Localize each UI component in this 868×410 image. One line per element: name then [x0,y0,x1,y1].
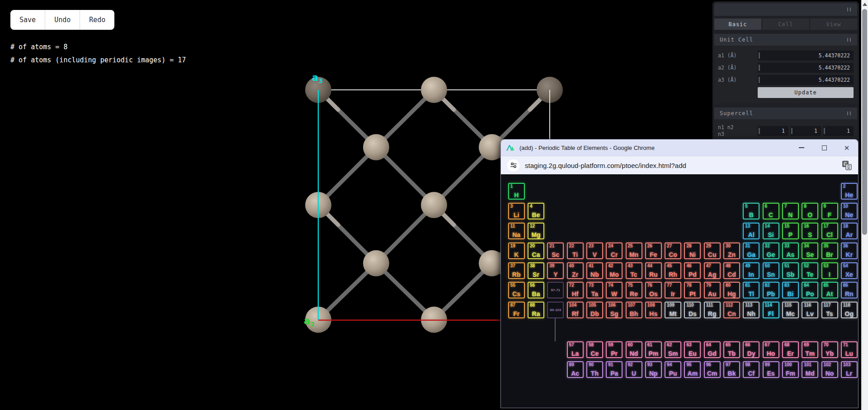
element-cell-Cu[interactable]: 29Cu [704,242,721,259]
element-cell-I[interactable]: 53I [821,262,838,279]
element-cell-Pr[interactable]: 59Pr [606,341,623,358]
update-button[interactable]: Update [758,87,854,98]
fold-icon[interactable] [847,38,851,42]
element-cell-Tm[interactable]: 69Tm [802,341,818,358]
element-cell-Na[interactable]: 11Na [508,223,525,239]
element-cell-Am[interactable]: 95Am [684,361,701,378]
minimize-button[interactable] [790,140,813,156]
element-cell-La[interactable]: 57La [567,341,584,358]
element-cell-H[interactable]: 1H [508,183,525,200]
element-cell-Ds[interactable]: 110Ds [684,302,701,318]
element-cell-Tc[interactable]: 43Tc [626,262,642,279]
element-cell-Mn[interactable]: 25Mn [626,242,642,259]
element-cell-Np[interactable]: 93Np [645,361,662,378]
element-cell-Au[interactable]: 79Au [704,282,721,298]
element-cell-F[interactable]: 9F [821,203,838,219]
element-cell-Ru[interactable]: 44Ru [645,262,662,279]
element-cell-Mg[interactable]: 12Mg [528,223,544,239]
element-cell-Pt[interactable]: 78Pt [684,282,701,298]
element-cell-K[interactable]: 19K [508,242,525,259]
element-cell-Ar[interactable]: 18Ar [841,223,858,239]
element-cell-Pb[interactable]: 82Pb [763,282,779,298]
fold-icon[interactable] [847,8,851,12]
element-cell-P[interactable]: 15P [782,223,799,239]
element-cell-Nd[interactable]: 60Nd [626,341,642,358]
element-cell-Pa[interactable]: 91Pa [606,361,623,378]
element-cell-Ga[interactable]: 31Ga [743,242,760,259]
element-cell-Nb[interactable]: 41Nb [586,262,603,279]
close-button[interactable]: ✕ [835,140,858,156]
google-translate-icon[interactable]: G [842,160,852,170]
element-cell-Hs[interactable]: 108Hs [645,302,662,318]
element-cell-Ni[interactable]: 28Ni [684,242,701,259]
element-cell-O[interactable]: 8O [802,203,818,219]
element-cell-Lr[interactable]: 103Lr [841,361,858,378]
element-cell-Sn[interactable]: 50Sn [763,262,779,279]
element-cell-Kr[interactable]: 36Kr [841,242,858,259]
a2-input[interactable]: 5.44370222 [758,63,854,73]
element-cell-Si[interactable]: 14Si [763,223,779,239]
element-cell-Cs[interactable]: 55Cs [508,282,525,298]
scrollbar-up-arrow-icon[interactable] [863,3,867,6]
element-cell-Ca[interactable]: 20Ca [528,242,544,259]
element-cell-Ra[interactable]: 88Ra [528,302,544,318]
element-cell-Be[interactable]: 4Be [528,203,544,219]
element-cell-Br[interactable]: 35Br [821,242,838,259]
element-cell-Co[interactable]: 27Co [665,242,681,259]
element-cell-Cn[interactable]: 112Cn [723,302,740,318]
tab-view[interactable]: View [810,19,857,30]
n3-input[interactable]: 1 [823,126,854,136]
element-cell-S[interactable]: 16S [802,223,818,239]
element-cell-Y[interactable]: 39Y [547,262,564,279]
element-cell-Po[interactable]: 84Po [802,282,818,298]
element-cell-Ac[interactable]: 89Ac [567,361,584,378]
element-cell-Mt[interactable]: 109Mt [665,302,681,318]
element-cell-Pu[interactable]: 94Pu [665,361,681,378]
element-cell-Ta[interactable]: 73Ta [586,282,603,298]
element-cell-At[interactable]: 85At [821,282,838,298]
element-cell-Sg[interactable]: 106Sg [606,302,623,318]
window-titlebar[interactable]: (add) - Periodic Table of Elements - Goo… [501,140,858,156]
element-cell-Li[interactable]: 3Li [508,203,525,219]
unit-cell-folder-header[interactable]: Unit Cell [714,34,857,46]
element-cell-As[interactable]: 33As [782,242,799,259]
element-cell-Ba[interactable]: 56Ba [528,282,544,298]
element-cell-Pm[interactable]: 61Pm [645,341,662,358]
a1-input[interactable]: 5.44370222 [758,51,854,61]
element-cell-Cf[interactable]: 98Cf [743,361,760,378]
element-cell-Zn[interactable]: 30Zn [723,242,740,259]
element-cell-Zr[interactable]: 40Zr [567,262,584,279]
element-cell-Mc[interactable]: 115Mc [782,302,799,318]
element-cell-Ir[interactable]: 77Ir [665,282,681,298]
element-cell-W[interactable]: 74W [606,282,623,298]
atom-sphere[interactable] [363,134,389,160]
element-cell-U[interactable]: 92U [626,361,642,378]
atom-sphere[interactable] [421,77,447,103]
fold-icon[interactable] [847,112,851,116]
element-cell-Xe[interactable]: 54Xe [841,262,858,279]
element-cell-Ce[interactable]: 58Ce [586,341,603,358]
element-cell-He[interactable]: 2He [841,183,858,200]
n2-input[interactable]: 1 [790,126,821,136]
element-cell-No[interactable]: 102No [821,361,838,378]
element-cell-Nh[interactable]: 113Nh [743,302,760,318]
element-cell-Rn[interactable]: 86Rn [841,282,858,298]
element-cell-Sc[interactable]: 21Sc [547,242,564,259]
element-cell-Rf[interactable]: 104Rf [567,302,584,318]
element-cell-Lv[interactable]: 116Lv [802,302,818,318]
scrollbar-thumb[interactable] [862,9,867,235]
element-cell-Cl[interactable]: 17Cl [821,223,838,239]
element-cell-Db[interactable]: 105Db [586,302,603,318]
atom-sphere[interactable] [363,250,389,276]
element-cell-Ts[interactable]: 117Ts [821,302,838,318]
element-cell-B[interactable]: 5B [743,203,760,219]
panel-titlebar[interactable] [714,3,857,16]
element-cell-Bk[interactable]: 97Bk [723,361,740,378]
element-cell-Cm[interactable]: 96Cm [704,361,721,378]
element-cell-Cr[interactable]: 24Cr [606,242,623,259]
element-cell-Se[interactable]: 34Se [802,242,818,259]
n1-input[interactable]: 1 [758,126,788,136]
a3-input[interactable]: 5.44370222 [758,75,854,85]
url-text[interactable]: staging.2g.quloud-platform.com/ptoec/ind… [525,162,842,169]
element-cell-Th[interactable]: 90Th [586,361,603,378]
